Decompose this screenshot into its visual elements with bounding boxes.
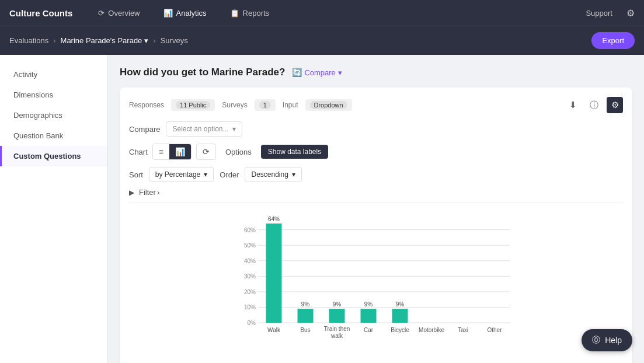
surveys-tag: 1 xyxy=(255,99,276,111)
bar-bus[interactable] xyxy=(298,309,314,323)
main-card: Responses 11 Public Surveys 1 Input Drop… xyxy=(120,88,632,363)
svg-text:10%: 10% xyxy=(244,304,256,310)
compare-row-label: Compare xyxy=(129,125,160,134)
settings-icon[interactable]: ⚙ xyxy=(626,8,635,19)
chart-area: 0%10%20%30%40%50%60%64%Walk9%Bus9%Train … xyxy=(129,209,623,363)
sort-label: Sort xyxy=(129,170,143,179)
svg-text:0%: 0% xyxy=(248,320,256,326)
svg-text:Train then: Train then xyxy=(324,326,350,332)
sort-chevron-icon: ▾ xyxy=(204,170,207,179)
breadcrumb: Evaluations › Marine Parade's Parade ▾ ›… xyxy=(9,36,188,45)
sidebar-item-demographics[interactable]: Demographics xyxy=(0,105,107,125)
svg-text:Car: Car xyxy=(364,327,374,333)
filter-link[interactable]: Filter › xyxy=(139,188,159,197)
svg-text:64%: 64% xyxy=(268,216,280,222)
surveys-value: 1 xyxy=(259,101,271,109)
svg-text:walk: walk xyxy=(330,333,343,339)
filter-bar: ▶ Filter › xyxy=(129,188,623,203)
nav-support[interactable]: Support xyxy=(586,9,612,18)
order-value: Descending xyxy=(251,170,288,179)
compare-button[interactable]: 🔄 Compare ▾ xyxy=(292,68,342,77)
options-button[interactable]: Options xyxy=(221,145,256,159)
bar-walk[interactable] xyxy=(266,224,282,323)
chart-bar-button[interactable]: 📊 xyxy=(169,144,191,159)
brand-logo: Culture Counts xyxy=(9,8,72,18)
download-icon[interactable]: ⬇ xyxy=(565,97,581,113)
main-content: How did you get to Marine Parade? 🔄 Comp… xyxy=(108,55,644,363)
chart-list-button[interactable]: ≡ xyxy=(153,144,169,159)
svg-text:Bicycle: Bicycle xyxy=(391,327,409,333)
bar-car[interactable] xyxy=(361,309,377,323)
help-circle-icon: ⓪ xyxy=(592,335,600,345)
svg-text:9%: 9% xyxy=(301,301,310,308)
nav-overview[interactable]: ⟳ Overview xyxy=(93,6,144,20)
chart-controls-row: Chart ≡ 📊 ⟳ Options Show data labels xyxy=(129,144,623,160)
info-icon[interactable]: ⓘ xyxy=(586,97,602,113)
reports-icon: 📋 xyxy=(230,9,239,18)
filter-play-icon[interactable]: ▶ xyxy=(129,189,134,197)
filter-icons: ⬇ ⓘ ⚙ xyxy=(565,97,623,113)
chart-refresh-button[interactable]: ⟳ xyxy=(196,144,216,160)
compare-select-chevron-icon: ▾ xyxy=(232,125,236,133)
help-button[interactable]: ⓪ Help xyxy=(582,329,632,351)
input-label: Input xyxy=(283,101,298,109)
responses-value: 11 Public xyxy=(176,101,210,109)
sidebar-item-dimensions[interactable]: Dimensions xyxy=(0,85,107,105)
bar-train-then-walk[interactable] xyxy=(329,309,345,323)
svg-text:Motorbike: Motorbike xyxy=(419,327,444,333)
settings-gear-icon[interactable]: ⚙ xyxy=(607,97,623,113)
compare-icon: 🔄 xyxy=(292,68,302,77)
svg-text:Bus: Bus xyxy=(300,327,310,333)
chevron-icon: › xyxy=(53,36,55,45)
breadcrumb-surveys[interactable]: Surveys xyxy=(161,36,188,45)
nav-reports[interactable]: 📋 Reports xyxy=(225,6,274,20)
input-value: Dropdown xyxy=(310,101,347,109)
sidebar-item-question-bank[interactable]: Question Bank xyxy=(0,125,107,146)
page-title: How did you get to Marine Parade? xyxy=(120,67,285,78)
svg-text:40%: 40% xyxy=(244,258,256,264)
breadcrumb-evaluations[interactable]: Evaluations xyxy=(9,36,48,45)
svg-text:30%: 30% xyxy=(244,273,256,280)
responses-tag: 11 Public xyxy=(171,99,215,111)
compare-row: Compare Select an option... ▾ xyxy=(129,121,623,137)
input-tag: Dropdown xyxy=(305,99,352,111)
order-chevron-icon: ▾ xyxy=(292,170,295,179)
bar-chart: 0%10%20%30%40%50%60%64%Walk9%Bus9%Train … xyxy=(135,215,617,355)
svg-text:60%: 60% xyxy=(244,227,256,233)
dropdown-icon: ▾ xyxy=(144,36,148,45)
surveys-label: Surveys xyxy=(222,101,247,109)
page-header: How did you get to Marine Parade? 🔄 Comp… xyxy=(120,67,632,78)
nav-analytics[interactable]: 📊 Analytics xyxy=(159,6,211,20)
export-button[interactable]: Export xyxy=(591,32,635,49)
compare-chevron-icon: ▾ xyxy=(338,68,342,77)
sort-select[interactable]: by Percentage ▾ xyxy=(149,167,214,182)
responses-label: Responses xyxy=(129,101,164,109)
svg-text:9%: 9% xyxy=(396,301,405,308)
top-nav: Culture Counts ⟳ Overview 📊 Analytics 📋 … xyxy=(0,0,644,26)
sidebar-item-activity[interactable]: Activity xyxy=(0,64,107,85)
filters-row: Responses 11 Public Surveys 1 Input Drop… xyxy=(129,97,623,113)
show-labels-button[interactable]: Show data labels xyxy=(261,145,328,159)
sort-row: Sort by Percentage ▾ Order Descending ▾ xyxy=(129,167,623,182)
app-layout: ActivityDimensionsDemographicsQuestion B… xyxy=(0,55,644,363)
breadcrumb-parade[interactable]: Marine Parade's Parade ▾ xyxy=(61,36,149,45)
compare-select[interactable]: Select an option... ▾ xyxy=(166,121,242,137)
sort-value: by Percentage xyxy=(155,170,200,179)
order-label: Order xyxy=(220,170,239,179)
breadcrumb-bar: Evaluations › Marine Parade's Parade ▾ ›… xyxy=(0,26,644,55)
chart-label: Chart xyxy=(129,148,148,156)
svg-text:9%: 9% xyxy=(333,301,342,308)
svg-text:Walk: Walk xyxy=(267,327,281,333)
order-select[interactable]: Descending ▾ xyxy=(245,167,301,182)
sidebar-item-custom-questions[interactable]: Custom Questions xyxy=(0,146,107,166)
svg-text:20%: 20% xyxy=(244,289,256,295)
bar-bicycle[interactable] xyxy=(392,309,408,323)
analytics-icon: 📊 xyxy=(163,9,173,18)
svg-text:Other: Other xyxy=(487,327,502,333)
compare-placeholder: Select an option... xyxy=(172,125,228,133)
svg-text:9%: 9% xyxy=(364,301,373,308)
sidebar: ActivityDimensionsDemographicsQuestion B… xyxy=(0,55,108,363)
svg-text:50%: 50% xyxy=(244,242,256,249)
svg-text:Taxi: Taxi xyxy=(458,327,468,333)
filter-chevron-icon: › xyxy=(157,188,159,197)
